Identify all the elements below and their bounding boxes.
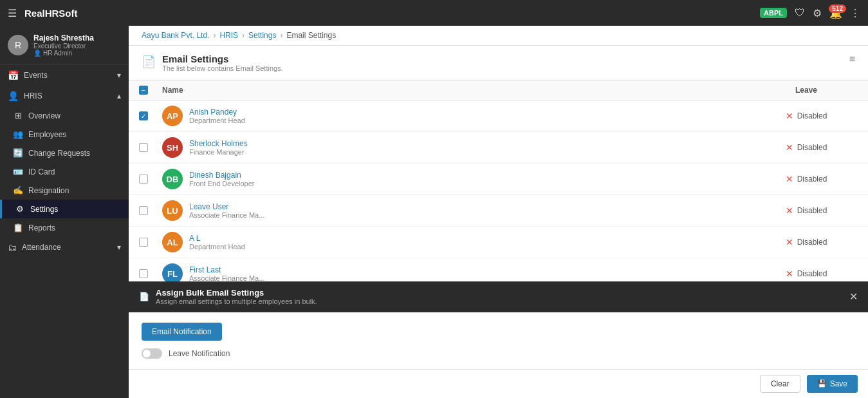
person-icon: 👤 [33, 50, 41, 57]
leave-disabled-icon-2: ✕ [786, 174, 793, 184]
employee-avatar-5: FL [162, 263, 183, 281]
events-icon: 📅 [8, 70, 19, 81]
drawer-close-button[interactable]: ✕ [849, 290, 858, 303]
employee-name-1[interactable]: Sherlock Holmes [189, 139, 248, 148]
employee-avatar-0: AP [162, 106, 183, 126]
employee-name-0[interactable]: Anish Pandey [189, 108, 245, 117]
row-checkbox-2[interactable] [139, 175, 148, 184]
employee-name-4[interactable]: A L [189, 234, 245, 243]
sidebar-item-employees[interactable]: 👥 Employees [0, 125, 129, 144]
row-checkbox-1[interactable] [139, 143, 148, 152]
chevron-down-icon: ▾ [117, 71, 121, 80]
leave-disabled-icon-5: ✕ [786, 269, 793, 279]
sidebar-section-hris-header[interactable]: 👤 HRIS ▴ [0, 86, 129, 106]
breadcrumb-hris[interactable]: HRIS [219, 31, 238, 40]
row-leave-4: ✕ Disabled [755, 237, 858, 247]
row-checkbox-4[interactable] [139, 238, 148, 247]
row-checkbox-5[interactable] [139, 269, 148, 278]
employee-avatar-2: DB [162, 169, 183, 189]
row-leave-5: ✕ Disabled [755, 269, 858, 279]
user-name: Rajesh Shrestha [33, 33, 94, 43]
row-name-1: SH Sherlock Holmes Finance Manager [162, 137, 755, 158]
leave-notification-label: Leave Notification [169, 349, 230, 358]
leave-disabled-icon-4: ✕ [786, 237, 793, 247]
email-notification-button[interactable]: Email Notification [142, 323, 222, 341]
resignation-icon: ✍ [13, 185, 23, 195]
breadcrumb-settings[interactable]: Settings [248, 31, 276, 40]
employee-name-3[interactable]: Leave User [189, 202, 264, 211]
settings-icon-wrap[interactable]: ⚙ [813, 7, 822, 19]
row-checkbox-3[interactable] [139, 206, 148, 215]
sidebar-item-id-card[interactable]: 🪪 ID Card [0, 162, 129, 181]
employee-title-4: Department Head [189, 243, 245, 251]
bulk-email-drawer: 📄 Assign Bulk Email Settings Assign emai… [129, 281, 868, 369]
select-all-checkbox[interactable]: − [139, 86, 148, 95]
breadcrumb: Aayu Bank Pvt. Ltd. › HRIS › Settings › … [129, 26, 868, 46]
sidebar-item-settings[interactable]: ⚙ Settings [0, 200, 129, 218]
row-name-4: AL A L Department Head [162, 232, 755, 252]
sidebar-section-hris: 👤 HRIS ▴ ⊞ Overview 👥 Employees 🔄 Change… [0, 86, 129, 237]
change-requests-icon: 🔄 [13, 148, 23, 158]
breadcrumb-org[interactable]: Aayu Bank Pvt. Ltd. [142, 31, 209, 40]
drawer-body: Email Notification Leave Notification [129, 312, 868, 369]
employee-title-1: Finance Manager [189, 148, 248, 156]
employee-avatar-3: LU [162, 200, 183, 221]
leave-status-4: Disabled [797, 238, 827, 247]
sidebar: R Rajesh Shrestha Executive Director 👤 H… [0, 26, 129, 398]
table-row: LU Leave User Associate Finance Ma... ✕ … [129, 195, 868, 227]
row-name-2: DB Dinesh Bajgain Front End Developer [162, 169, 755, 189]
notification-icon-wrap[interactable]: 🔔 512 [829, 7, 842, 19]
sidebar-section-attendance-header[interactable]: 🗂 Attendance ▾ [0, 237, 129, 258]
page-header-icon: 📄 [142, 55, 156, 69]
leave-status-0: Disabled [797, 111, 827, 120]
leave-notification-row: Leave Notification [142, 348, 855, 359]
sidebar-item-overview[interactable]: ⊞ Overview [0, 106, 129, 125]
toggle-knob [143, 350, 151, 357]
drawer-subtitle: Assign email settings to multiple employ… [156, 298, 317, 305]
page-header: 📄 Email Settings The list below contains… [129, 46, 868, 81]
row-checkbox-0[interactable]: ✓ [139, 111, 148, 120]
employees-icon: 👥 [13, 129, 23, 139]
employee-title-5: Associate Finance Ma... [189, 274, 264, 281]
page-title: Email Settings [162, 53, 283, 64]
leave-status-2: Disabled [797, 175, 827, 184]
bottom-action-bar: Clear 💾 Save [129, 369, 868, 398]
app-logo: RealHRSoft [24, 8, 78, 19]
employee-rows: ✓ AP Anish Pandey Department Head ✕ Disa… [129, 100, 868, 281]
breadcrumb-sep-2: › [242, 31, 245, 40]
sidebar-item-change-requests[interactable]: 🔄 Change Requests [0, 144, 129, 162]
table-header: − Name Leave [129, 81, 868, 100]
save-button[interactable]: 💾 Save [807, 375, 858, 393]
sidebar-user-profile: R Rajesh Shrestha Executive Director 👤 H… [0, 26, 129, 65]
attendance-icon: 🗂 [8, 242, 17, 252]
shield-icon-wrap[interactable]: 🛡 [795, 7, 805, 19]
breadcrumb-sep-3: › [280, 31, 282, 40]
employee-avatar-1: SH [162, 137, 183, 158]
employee-title-3: Associate Finance Ma... [189, 211, 264, 219]
menu-icon[interactable]: ☰ [8, 7, 17, 19]
leave-notification-toggle[interactable] [142, 348, 162, 359]
filter-icon[interactable]: ≡ [849, 53, 855, 65]
sidebar-section-events-header[interactable]: 📅 Events ▾ [0, 65, 129, 86]
employee-name-5[interactable]: First Last [189, 265, 264, 274]
employees-table: − Name Leave ✓ AP Anish Pandey Departmen… [129, 81, 868, 281]
employee-name-2[interactable]: Dinesh Bajgain [189, 171, 255, 180]
table-row: FL First Last Associate Finance Ma... ✕ … [129, 258, 868, 281]
row-name-0: AP Anish Pandey Department Head [162, 106, 755, 126]
row-leave-1: ✕ Disabled [755, 142, 858, 153]
employee-title-2: Front End Developer [189, 180, 255, 187]
more-options-icon[interactable]: ⋮ [850, 7, 860, 19]
sidebar-item-reports[interactable]: 📋 Reports [0, 218, 129, 237]
leave-disabled-icon-1: ✕ [786, 142, 793, 153]
leave-status-3: Disabled [797, 206, 827, 215]
settings-icon: ⚙ [15, 204, 25, 214]
reports-icon: 📋 [13, 223, 23, 232]
breadcrumb-sep-1: › [213, 31, 216, 40]
row-leave-0: ✕ Disabled [755, 111, 858, 121]
leave-status-1: Disabled [797, 143, 827, 152]
page-content: 📄 Email Settings The list below contains… [129, 46, 868, 281]
page-subtitle: The list below contains Email Settings. [162, 64, 283, 72]
sidebar-item-resignation[interactable]: ✍ Resignation [0, 181, 129, 200]
clear-button[interactable]: Clear [760, 375, 800, 393]
topbar: ☰ RealHRSoft ABPL 🛡 ⚙ 🔔 512 ⋮ [0, 0, 868, 26]
